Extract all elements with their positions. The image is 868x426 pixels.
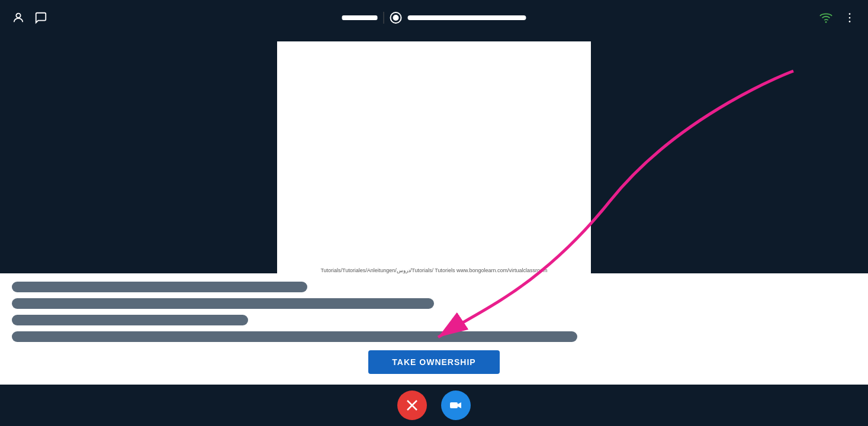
svg-point-4 [849, 21, 851, 22]
record-dot [393, 15, 399, 21]
bottom-toolbar [0, 385, 868, 426]
profile-button[interactable] [12, 11, 25, 24]
take-ownership-button[interactable]: TAKE OWNERSHIP [368, 350, 499, 374]
top-bar-left [12, 11, 47, 24]
mute-mic-button[interactable] [397, 390, 427, 420]
wifi-icon [819, 11, 832, 24]
top-bar [0, 0, 868, 36]
divider [384, 12, 384, 24]
toggle-video-button[interactable] [441, 390, 471, 420]
top-bar-right [819, 11, 856, 24]
timer-display [342, 15, 378, 20]
take-ownership-row: TAKE OWNERSHIP [12, 350, 856, 379]
record-indicator [390, 12, 402, 24]
progress-bar [408, 15, 526, 20]
top-bar-center [342, 12, 526, 24]
chat-button[interactable] [34, 11, 47, 24]
svg-point-1 [825, 21, 827, 23]
text-lines [12, 282, 856, 342]
slide-url: Tutorials/Tutoriales/Anleitungen/دروس/Tu… [320, 267, 547, 273]
text-line-2 [12, 298, 434, 309]
text-line-4 [12, 331, 577, 342]
svg-point-3 [849, 17, 851, 19]
svg-point-2 [849, 13, 851, 15]
svg-rect-8 [450, 402, 458, 408]
text-line-3 [12, 315, 248, 325]
more-options-button[interactable] [843, 11, 856, 24]
text-line-1 [12, 282, 307, 292]
bottom-panel: TAKE OWNERSHIP [0, 273, 868, 385]
slide-content: Tutorials/Tutoriales/Anleitungen/دروس/Tu… [277, 41, 591, 278]
svg-point-0 [16, 14, 20, 18]
